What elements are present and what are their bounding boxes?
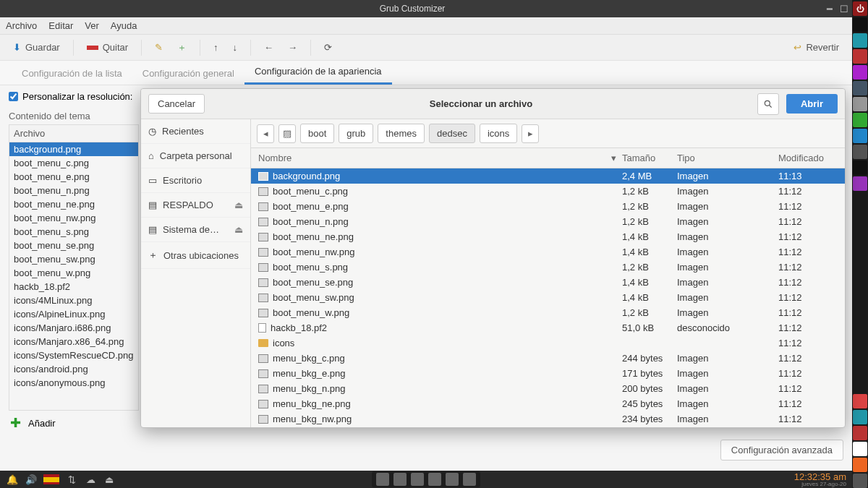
forward-button[interactable]: → [282, 39, 303, 56]
up-button[interactable]: ↑ [208, 39, 224, 56]
sidebar-desktop[interactable]: ▭Escritorio [141, 168, 250, 193]
sync-icon[interactable]: ☁ [84, 473, 97, 486]
file-row[interactable]: menu_bkg_n.png200 bytesImagen11:12 [251, 381, 845, 396]
theme-file-row[interactable]: icons/AlpineLinux.png [9, 307, 138, 321]
dock-app-8[interactable] [853, 129, 867, 143]
taskbar-app[interactable] [446, 473, 459, 486]
menu-archivo[interactable]: Archivo [6, 20, 37, 31]
tab-appearance[interactable]: Configuración de la apariencia [244, 60, 392, 85]
power-icon[interactable]: ⏻ [853, 1, 867, 16]
file-row[interactable]: boot_menu_e.png1,2 kBImagen11:12 [251, 199, 845, 214]
file-row[interactable]: background.png2,4 MBImagen11:13 [251, 168, 845, 184]
tab-general[interactable]: Configuración general [132, 62, 244, 85]
open-button[interactable]: Abrir [786, 94, 838, 114]
dock-app-11[interactable] [853, 176, 867, 191]
file-row[interactable]: hackb_18.pf251,0 kBdesconocido11:12 [251, 320, 845, 335]
theme-file-row[interactable]: icons/SystemRescueCD.png [9, 348, 138, 362]
eject-tray-icon[interactable]: ⏏ [103, 473, 116, 486]
sidebar-home[interactable]: ⌂Carpeta personal [141, 144, 250, 168]
path-forward-button[interactable]: ▸ [522, 124, 539, 143]
search-button[interactable] [757, 93, 779, 115]
theme-file-row[interactable]: boot_menu_n.png [9, 184, 138, 197]
dock-app-1[interactable] [853, 17, 867, 32]
theme-file-row[interactable]: boot_menu_nw.png [9, 211, 138, 225]
notifications-icon[interactable]: 🔔 [6, 473, 19, 486]
col-modified[interactable]: Modificado [775, 151, 841, 165]
file-row[interactable]: boot_menu_sw.png1,4 kBImagen11:12 [251, 290, 845, 305]
taskbar-app[interactable] [376, 473, 389, 486]
dock-app-9[interactable] [853, 145, 867, 159]
theme-file-row[interactable]: boot_menu_s.png [9, 225, 138, 239]
file-row[interactable]: boot_menu_c.png1,2 kBImagen11:12 [251, 184, 845, 199]
remove-button[interactable]: Quitar [81, 39, 134, 56]
file-row[interactable]: boot_menu_nw.png1,4 kBImagen11:12 [251, 244, 845, 260]
sidebar-respaldo[interactable]: ▤RESPALDO⏏ [141, 193, 250, 218]
sidebar-system[interactable]: ▤Sistema de…⏏ [141, 218, 250, 242]
theme-file-row[interactable]: boot_menu_e.png [9, 170, 138, 184]
theme-file-row[interactable]: boot_menu_sw.png [9, 252, 138, 266]
theme-col-header[interactable]: Archivo [9, 125, 138, 142]
maximize-icon[interactable]: ☐ [839, 4, 849, 14]
path-root-button[interactable]: ▨ [278, 124, 296, 143]
taskbar-app[interactable] [463, 473, 476, 486]
file-row[interactable]: boot_menu_n.png1,2 kBImagen11:12 [251, 214, 845, 229]
taskbar-app[interactable] [411, 473, 424, 486]
path-back-button[interactable]: ◂ [257, 124, 274, 143]
volume-icon[interactable]: 🔊 [25, 473, 38, 486]
file-row[interactable]: boot_menu_ne.png1,4 kBImagen11:12 [251, 229, 845, 244]
col-name[interactable]: Nombre▾ [255, 151, 619, 165]
theme-file-row[interactable]: icons/anonymous.png [9, 376, 138, 390]
edit-button[interactable]: ✎ [149, 39, 169, 56]
file-row[interactable]: boot_menu_w.png1,2 kBImagen11:12 [251, 305, 845, 320]
col-size[interactable]: Tamaño [619, 151, 674, 165]
theme-file-row[interactable]: boot_menu_se.png [9, 239, 138, 252]
theme-file-row[interactable]: boot_menu_c.png [9, 156, 138, 170]
resolution-checkbox[interactable] [9, 92, 18, 101]
theme-file-row[interactable]: boot_menu_w.png [9, 266, 138, 280]
file-row[interactable]: boot_menu_se.png1,4 kBImagen11:12 [251, 275, 845, 290]
menu-ayuda[interactable]: Ayuda [111, 20, 137, 31]
dock-app-2[interactable] [853, 33, 867, 48]
cancel-button[interactable]: Cancelar [148, 94, 205, 114]
theme-file-row[interactable]: hackb_18.pf2 [9, 280, 138, 294]
breadcrumb-segment[interactable]: dedsec [429, 124, 475, 143]
clock[interactable]: 12:32:35 am jueves 27-ago-20 [794, 472, 846, 487]
file-row[interactable]: menu_bkg_c.png244 bytesImagen11:12 [251, 351, 845, 366]
theme-file-row[interactable]: icons/4MLinux.png [9, 294, 138, 307]
col-type[interactable]: Tipo [674, 151, 775, 165]
refresh-button[interactable]: ⟳ [318, 39, 338, 56]
menu-editar[interactable]: Editar [48, 20, 73, 31]
minimize-icon[interactable]: ━ [825, 4, 835, 14]
breadcrumb-segment[interactable]: grub [339, 124, 373, 143]
dock-app-15[interactable] [853, 442, 867, 456]
file-row[interactable]: menu_bkg_e.png171 bytesImagen11:12 [251, 366, 845, 381]
down-button[interactable]: ↓ [227, 39, 244, 56]
save-button[interactable]: ⬇ Guardar [7, 39, 66, 56]
advanced-config-button[interactable]: Configuración avanzada [720, 440, 843, 461]
breadcrumb-segment[interactable]: icons [480, 124, 517, 143]
taskbar-app[interactable] [428, 473, 441, 486]
menu-ver[interactable]: Ver [85, 20, 99, 31]
theme-file-row[interactable]: icons/Manjaro.x86_64.png [9, 335, 138, 348]
theme-file-row[interactable]: background.png [9, 142, 138, 156]
dock-app-17[interactable] [853, 474, 867, 488]
eject-icon[interactable]: ⏏ [234, 200, 243, 210]
file-row[interactable]: boot_menu_s.png1,2 kBImagen11:12 [251, 260, 845, 275]
dock-app-16[interactable] [853, 458, 867, 472]
breadcrumb-segment[interactable]: boot [300, 124, 334, 143]
sidebar-other[interactable]: ＋Otras ubicaciones [141, 242, 250, 269]
taskbar-app[interactable] [393, 473, 407, 486]
revert-button[interactable]: ↩ Revertir [788, 39, 845, 56]
dock-app-12[interactable] [853, 394, 867, 408]
back-button[interactable]: ← [258, 39, 279, 56]
tab-list[interactable]: Configuración de la lista [12, 62, 132, 85]
new-button[interactable]: ＋ [171, 38, 192, 57]
theme-file-row[interactable]: icons/Manjaro.i686.png [9, 321, 138, 335]
dock-app-13[interactable] [853, 410, 867, 424]
dock-app-3[interactable] [853, 49, 867, 64]
file-row[interactable]: menu_bkg_nw.png234 bytesImagen11:12 [251, 411, 845, 427]
theme-file-row[interactable]: boot_menu_ne.png [9, 197, 138, 211]
dock-app-14[interactable] [853, 426, 867, 440]
dock-app-7[interactable] [853, 113, 867, 127]
theme-file-row[interactable]: icons/android.png [9, 362, 138, 376]
